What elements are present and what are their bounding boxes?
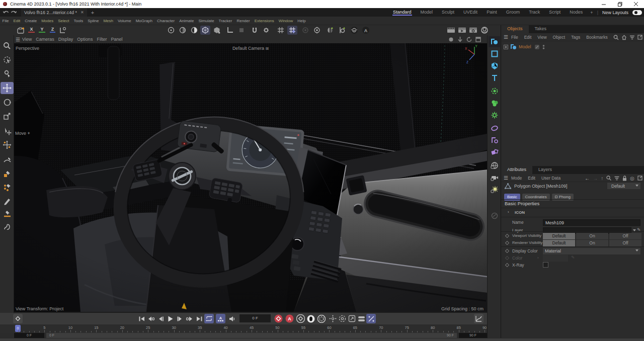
model-mode-button[interactable] <box>212 26 222 35</box>
menu-edit[interactable]: Edit <box>11 19 23 23</box>
material-paint-icon[interactable] <box>489 210 500 221</box>
expander-icon[interactable] <box>504 45 508 49</box>
layout-tab-track[interactable]: Track <box>524 9 544 16</box>
object-dots-icon[interactable] <box>542 44 545 50</box>
layout-tab-script[interactable]: Script <box>544 9 565 16</box>
simulate-scene-button[interactable] <box>349 26 359 35</box>
attr-menu-user-data[interactable]: User Data <box>538 176 564 181</box>
prev-frame-button[interactable] <box>156 314 166 323</box>
position-key-button[interactable] <box>306 314 315 323</box>
viewport-pan-icon[interactable] <box>448 37 454 42</box>
menu-extensions[interactable]: Extensions <box>252 19 276 23</box>
square-primitive-icon[interactable] <box>489 48 500 59</box>
viewport-visibility-on[interactable]: On <box>576 233 608 239</box>
objects-menu-tags[interactable]: Tags <box>568 35 583 40</box>
spline-circle-icon[interactable] <box>489 123 500 134</box>
object-tree-item-model[interactable]: Model <box>504 43 545 50</box>
menu-window[interactable]: Window <box>276 19 295 23</box>
objects-panel-icon[interactable] <box>637 35 642 40</box>
attr-target-icon[interactable]: ◎ <box>630 176 634 181</box>
tab-layers[interactable]: Layers <box>532 166 558 174</box>
render-settings-button[interactable] <box>468 26 478 35</box>
redo-button[interactable] <box>10 9 17 16</box>
environment-icon[interactable] <box>489 160 500 171</box>
tab-takes[interactable]: Takes <box>529 25 553 33</box>
tweak-tool[interactable] <box>1 67 14 79</box>
menu-tools[interactable]: Tools <box>71 19 86 23</box>
goto-end-button[interactable] <box>194 314 204 323</box>
quantize-button[interactable] <box>312 26 322 35</box>
preset-dropdown[interactable]: Default <box>607 183 640 189</box>
render-to-picture-viewer-button[interactable] <box>457 26 467 35</box>
renderer-visibility-on[interactable]: On <box>576 240 608 246</box>
range-slider[interactable]: 0 F 90 F <box>46 333 457 338</box>
lock-x-axis-button[interactable]: X <box>27 26 36 34</box>
make-editable-button[interactable] <box>166 26 176 35</box>
lock-z-axis-button[interactable]: Z <box>48 26 57 34</box>
autokey-stem-button[interactable]: A <box>216 314 225 323</box>
attr-back-icon[interactable]: ← <box>585 176 590 181</box>
viewport[interactable]: Y X Z Perspective Default Camera ⊞ Move … <box>14 43 487 312</box>
icon-group-row[interactable]: › ICON <box>501 209 644 216</box>
edges-mode-button[interactable] <box>189 26 199 35</box>
attr-panel-icon[interactable] <box>637 176 642 181</box>
menu-volume[interactable]: Volume <box>115 19 133 23</box>
layout-tab-uvedit[interactable]: UVEdit <box>459 9 482 16</box>
spline-pen-tool[interactable] <box>1 154 14 166</box>
point-level-animation-button[interactable] <box>328 314 338 323</box>
scale-tool[interactable] <box>1 110 14 122</box>
project-settings-button[interactable]: A <box>361 26 371 35</box>
name-input[interactable] <box>543 219 640 226</box>
viewport-menu-cameras[interactable]: Cameras <box>34 37 56 42</box>
attr-search-icon[interactable] <box>606 176 611 181</box>
viewport-solo-button[interactable] <box>16 26 26 35</box>
undo-button[interactable] <box>2 9 10 16</box>
range-start-field[interactable]: 0 F <box>14 333 44 338</box>
spline-smooth-tool[interactable] <box>1 208 14 220</box>
parameter-key-button[interactable] <box>338 314 347 323</box>
symmetry-button[interactable] <box>325 26 335 35</box>
available-tools-button[interactable] <box>1 139 14 151</box>
viewport-rotate-icon[interactable] <box>466 37 472 42</box>
prev-key-button[interactable] <box>146 314 156 323</box>
viewport-visibility-off[interactable]: Off <box>609 233 641 239</box>
objects-menu-object[interactable]: Object <box>550 35 569 40</box>
snap-move-button[interactable] <box>250 26 260 35</box>
attr-lock-icon[interactable] <box>622 176 627 181</box>
renderer-visibility-off[interactable]: Off <box>609 240 641 246</box>
metaball-generator-icon[interactable] <box>489 98 500 109</box>
enable-axis-button[interactable] <box>225 26 235 35</box>
next-key-button[interactable] <box>185 314 194 323</box>
polygons-mode-button[interactable] <box>200 26 210 35</box>
pencil-tool[interactable] <box>1 195 14 207</box>
sketch-tool[interactable] <box>1 167 14 180</box>
camera-icon[interactable] <box>489 172 500 183</box>
keyframe-diamond-button[interactable] <box>13 314 23 323</box>
viewport-menu-panel[interactable]: Panel <box>109 37 124 42</box>
viewport-menu-options[interactable]: Options <box>75 37 95 42</box>
tab-objects[interactable]: Objects <box>501 25 529 33</box>
cube-primitive-icon[interactable] <box>489 60 500 71</box>
deformer-icon[interactable] <box>489 110 500 121</box>
rotation-key-button[interactable] <box>316 314 326 323</box>
menu-render[interactable]: Render <box>234 19 252 23</box>
record-keyframe-button[interactable] <box>274 314 283 323</box>
object-visibility-toggle[interactable] <box>534 44 540 50</box>
pen-primitive-icon[interactable] <box>489 36 500 47</box>
viewport-dolly-icon[interactable] <box>457 37 463 42</box>
menu-modes[interactable]: Modes <box>39 19 56 23</box>
search-commander-button[interactable] <box>1 40 14 52</box>
objects-search-icon[interactable] <box>613 35 619 40</box>
layout-tab-paint[interactable]: Paint <box>482 9 502 16</box>
reduction-key-button[interactable] <box>347 314 357 323</box>
display-color-dropdown[interactable]: Material <box>543 248 640 254</box>
menu-help[interactable]: Help <box>295 19 308 23</box>
attr-menu-mode[interactable]: Mode <box>508 176 525 181</box>
enable-snap-button[interactable] <box>287 26 297 35</box>
modeling-settings-button[interactable] <box>337 26 347 35</box>
keyframe-presets-button[interactable] <box>357 314 366 323</box>
menu-character[interactable]: Character <box>155 19 177 23</box>
play-button[interactable] <box>166 314 175 323</box>
live-selection-tool[interactable] <box>1 54 14 66</box>
boolean-icon[interactable] <box>489 147 500 158</box>
